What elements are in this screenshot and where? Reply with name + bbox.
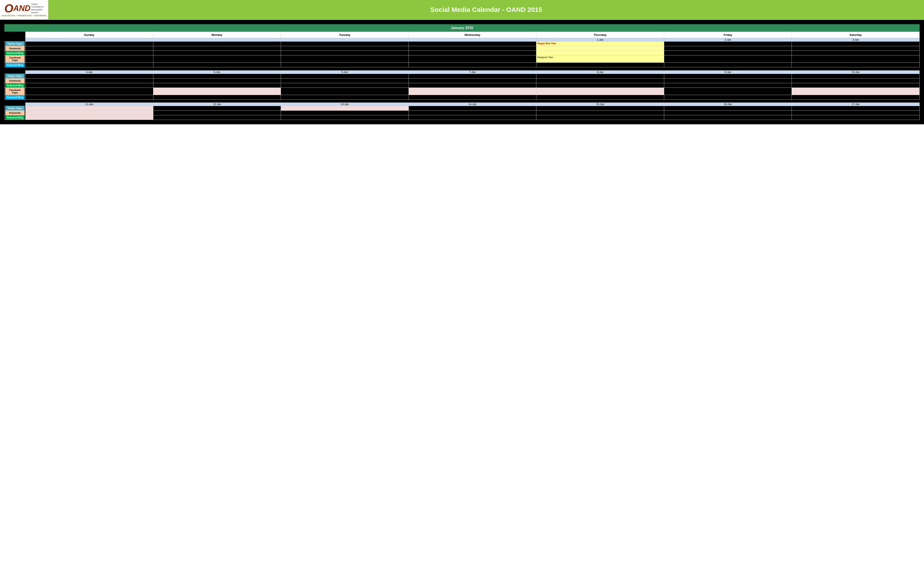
thursday-header: Thursday (536, 32, 664, 38)
w2-tue-date: 6-Jan (281, 70, 409, 74)
w1-twitter-sat (792, 42, 920, 46)
w1-facebook-thu-text: Hangover Tips (536, 56, 554, 59)
week1-table: 1-Jan 2-Jan 3-Jan Twitter Topic Happy Ne… (4, 38, 920, 70)
w3-twitter-wed (408, 106, 536, 111)
w1-kw-thu (536, 46, 664, 51)
week3-table: 11-Jan 12-Jan 13-Jan 14-Jan 15-Jan 16-Ja… (4, 102, 920, 120)
w2-fg-sat (792, 83, 920, 87)
w3-kw-sun (26, 111, 153, 115)
featured-label-badge-w2: Featured Blog (5, 83, 25, 87)
w1-sat-date: 3-Jan (792, 38, 920, 42)
w1-fb-mon (153, 51, 281, 56)
w3-twitter-sun (26, 106, 153, 111)
w2-thu-date: 8-Jan (536, 70, 664, 74)
facebook-label-badge: Facebook Topic (5, 56, 25, 63)
w3-sun-date: 11-Jan (26, 103, 153, 106)
w3-fg-mon (153, 115, 281, 120)
w1-kw-sat (792, 46, 920, 51)
w1-kw-mon (153, 46, 281, 51)
twitter-label-badge-w2: Twitter Topic (5, 74, 25, 78)
w2-fg-tue (281, 83, 409, 87)
w2-fb2-fri (664, 95, 792, 99)
featured2-label-badge: Featured Blog (5, 63, 25, 67)
logo: O AND Ontario Association of Naturopathi… (4, 3, 44, 14)
w1-fbt-sun (26, 56, 153, 63)
keywords-label-w3: Keywords (4, 111, 26, 115)
w3-twitter-mon (153, 106, 281, 111)
w1-fbt-fri (664, 56, 792, 63)
page-title: Social Media Calendar - OAND 2015 (430, 6, 542, 14)
days-header-row: Sunday Monday Tuesday Wednesday Thursday… (4, 32, 920, 38)
w1-thu-date: 1-Jan (536, 38, 664, 42)
w2-sat-date: 10-Jan (792, 70, 920, 74)
title-section: Social Media Calendar - OAND 2015 (48, 0, 924, 20)
tuesday-header: Tuesday (281, 32, 408, 38)
w1-fri-date: 2-Jan (664, 38, 792, 42)
w2-twitter-thu (536, 74, 664, 78)
w3-kw-mon (153, 111, 281, 115)
w1-twitter-sun (26, 42, 153, 46)
w1-fbt-sat (792, 56, 920, 63)
w1-fb-sat (792, 51, 920, 56)
w3-kw-fri (664, 111, 792, 115)
w1-mon-date (153, 38, 281, 42)
keywords-label-w1: Keywords (4, 46, 26, 51)
w2-fbt-thu (536, 87, 664, 95)
twitter-label-badge-w3: Twitter Topic (5, 106, 25, 111)
w2-fg-sun (26, 83, 153, 87)
w1-fb2-sat (792, 63, 920, 68)
w3-fg-sat (792, 115, 920, 120)
week1-featured2-row: Featured Blog (4, 63, 920, 68)
w1-sun-date (26, 38, 153, 42)
w1-fb-sun (26, 51, 153, 56)
w1-fbt-wed (408, 56, 536, 63)
keywords-label-badge-w3: Keywords (5, 111, 25, 115)
featured-label-w3: Featured Blog (4, 115, 26, 120)
week2-featured-row: Featured Blog (4, 83, 920, 87)
w2-kw-tue (281, 78, 409, 83)
w3-mon-date: 12-Jan (153, 103, 281, 106)
w2-sun-date: 4-Jan (26, 70, 153, 74)
logo-section: O AND Ontario Association of Naturopathi… (0, 0, 48, 20)
wednesday-header: Wednesday (408, 32, 536, 38)
facebook-label-w2: Facebook Topic (4, 87, 26, 95)
page-header: O AND Ontario Association of Naturopathi… (0, 0, 924, 20)
w2-kw-sun (26, 78, 153, 83)
monday-header: Monday (153, 32, 281, 38)
w2-fb2-wed (408, 95, 536, 99)
w2-fbt-sun (26, 87, 153, 95)
w3-wed-date: 14-Jan (408, 103, 536, 106)
w3-twitter-tue (281, 106, 409, 111)
week2-dates-row: 4-Jan 5-Jan 6-Jan 7-Jan 8-Jan 9-Jan 10-J… (4, 70, 920, 74)
w2-fbt-fri (664, 87, 792, 95)
featured2-label-w1: Featured Blog (4, 63, 26, 68)
week2-table: 4-Jan 5-Jan 6-Jan 7-Jan 8-Jan 9-Jan 10-J… (4, 70, 920, 103)
w2-twitter-wed (408, 74, 536, 78)
week3-twitter-row: Twitter Topic (4, 106, 920, 111)
w1-twitter-wed (408, 42, 536, 46)
w3-fg-thu (536, 115, 664, 120)
w1-kw-wed (408, 46, 536, 51)
week3-keywords-row: Keywords (4, 111, 920, 115)
w3-kw-wed (408, 111, 536, 115)
w2-fb2-sat (792, 95, 920, 99)
month-header: January 2015 (4, 24, 920, 32)
w1-fb-tue (281, 51, 409, 56)
w3-thu-date: 15-Jan (536, 103, 664, 106)
week3-dates-row: 11-Jan 12-Jan 13-Jan 14-Jan 15-Jan 16-Ja… (4, 103, 920, 106)
w3-twitter-thu (536, 106, 664, 111)
w2-fbt-sat (792, 87, 920, 95)
w1-fbt-mon (153, 56, 281, 63)
w2-twitter-mon (153, 74, 281, 78)
w2-wed-date: 7-Jan (408, 70, 536, 74)
w3-fg-wed (408, 115, 536, 120)
featured-label-w1: Featured Blog (4, 51, 26, 56)
w3-kw-tue (281, 111, 409, 115)
w3-twitter-fri (664, 106, 792, 111)
keywords-label-badge-w2: Keywords (5, 78, 25, 83)
w1-fb2-mon (153, 63, 281, 68)
w1-fb-thu (536, 51, 664, 56)
w3-kw-thu (536, 111, 664, 115)
w1-twitter-fri (664, 42, 792, 46)
logo-tagline: ADVANCING • PROMOTING • INSPIRING (2, 15, 46, 17)
